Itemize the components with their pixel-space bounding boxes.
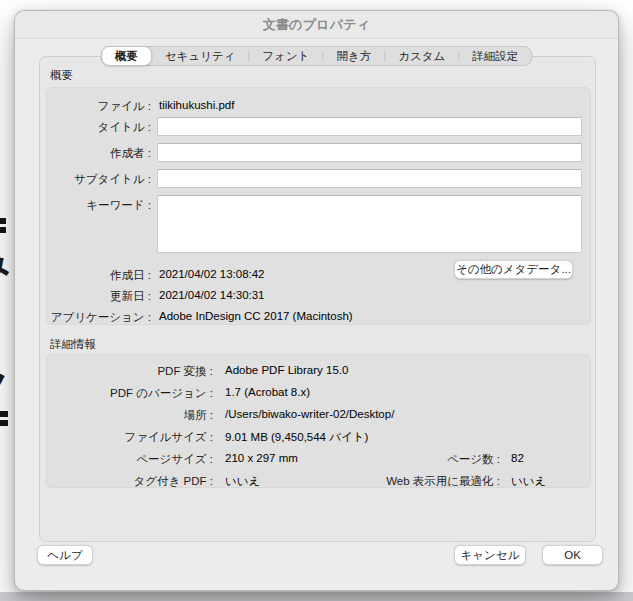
ok-button[interactable]: OK	[542, 545, 603, 565]
modified-date-row: 更新日 : 2021/04/02 14:30:31	[47, 289, 590, 304]
background-stroke	[0, 420, 8, 426]
tab-security[interactable]: セキュリティ	[152, 47, 249, 65]
file-row: ファイル : tiikihukushi.pdf	[47, 99, 590, 114]
location-value: /Users/biwako-writer-02/Desktop/	[225, 408, 394, 420]
additional-metadata-button[interactable]: その他のメタデータ...	[454, 260, 573, 279]
file-size-row: ファイルサイズ : 9.01 MB (9,450,544 バイト)	[47, 430, 590, 445]
tab-summary[interactable]: 概要	[101, 46, 152, 66]
tagged-pdf-value: いいえ	[225, 474, 260, 489]
tab-content-pane: 概要 ファイル : tiikihukushi.pdf タイトル : 作成者 : …	[39, 56, 596, 542]
page-size-value: 210 x 297 mm	[225, 452, 298, 464]
tab-bar: 概要 セキュリティ フォント 開き方 カスタム 詳細設定	[101, 46, 533, 66]
background-window-band	[0, 592, 633, 601]
help-button[interactable]: ヘルプ	[37, 545, 93, 565]
details-groupbox: PDF 変換 : Adobe PDF Library 15.0 PDF のバージ…	[46, 354, 591, 488]
keywords-field[interactable]	[157, 195, 582, 253]
page-size-label: ページサイズ :	[47, 452, 213, 467]
application-label: アプリケーション :	[47, 310, 151, 325]
fast-web-view-label: Web 表示用に最適化 :	[297, 474, 500, 489]
created-date-label: 作成日 :	[47, 268, 151, 283]
pdf-version-value: 1.7 (Acrobat 8.x)	[225, 386, 310, 398]
application-row: アプリケーション : Adobe InDesign CC 2017 (Macin…	[47, 310, 590, 325]
tab-advanced[interactable]: 詳細設定	[459, 47, 531, 65]
pdf-producer-value: Adobe PDF Library 15.0	[225, 364, 348, 376]
file-size-label: ファイルサイズ :	[47, 430, 213, 445]
title-label: タイトル :	[47, 120, 151, 135]
tab-fonts[interactable]: フォント	[249, 47, 322, 65]
modified-date-value: 2021/04/02 14:30:31	[159, 289, 265, 301]
background-stroke	[0, 411, 8, 417]
details-section-label: 詳細情報	[50, 337, 96, 352]
file-value: tiikihukushi.pdf	[159, 99, 234, 111]
keywords-label: キーワード :	[47, 198, 151, 213]
background-stroke	[0, 227, 6, 233]
summary-section-label: 概要	[50, 68, 73, 83]
tab-custom[interactable]: カスタム	[385, 47, 458, 65]
pdf-version-label: PDF のバージョン :	[47, 386, 213, 401]
page-count-value: 82	[511, 452, 524, 464]
author-label: 作成者 :	[47, 146, 151, 161]
summary-groupbox: ファイル : tiikihukushi.pdf タイトル : 作成者 : サブタ…	[46, 87, 591, 325]
tagged-pdf-label: タグ付き PDF :	[47, 474, 213, 489]
created-date-value: 2021/04/02 13:08:42	[159, 268, 265, 280]
modified-date-label: 更新日 :	[47, 289, 151, 304]
cancel-button[interactable]: キャンセル	[454, 545, 526, 565]
background-stroke	[0, 218, 6, 224]
tab-initial-view[interactable]: 開き方	[323, 47, 384, 65]
file-label: ファイル :	[47, 99, 151, 114]
author-field[interactable]	[157, 143, 582, 162]
dialog-titlebar: 文書のプロパティ	[15, 11, 618, 39]
background-glyph-fragment: ク	[0, 362, 9, 400]
background-glyph-fragment: み	[0, 243, 9, 279]
location-row: 場所 : /Users/biwako-writer-02/Desktop/	[47, 408, 590, 423]
subtitle-label: サブタイトル :	[47, 172, 151, 187]
page-count-label: ページ数 :	[297, 452, 500, 467]
pdf-producer-label: PDF 変換 :	[47, 364, 213, 379]
title-field[interactable]	[157, 117, 582, 136]
subtitle-field[interactable]	[157, 169, 582, 188]
pdf-version-row: PDF のバージョン : 1.7 (Acrobat 8.x)	[47, 386, 590, 401]
document-properties-dialog: 文書のプロパティ 概要 ファイル : tiikihukushi.pdf タイトル…	[14, 10, 619, 591]
tagged-pdf-row: タグ付き PDF : いいえ Web 表示用に最適化 : いいえ	[47, 474, 590, 489]
page-size-row: ページサイズ : 210 x 297 mm ページ数 : 82	[47, 452, 590, 467]
file-size-value: 9.01 MB (9,450,544 バイト)	[225, 430, 368, 445]
location-label: 場所 :	[47, 408, 213, 423]
fast-web-view-value: いいえ	[511, 474, 546, 489]
dialog-title: 文書のプロパティ	[263, 16, 370, 34]
pdf-producer-row: PDF 変換 : Adobe PDF Library 15.0	[47, 364, 590, 379]
application-value: Adobe InDesign CC 2017 (Macintosh)	[159, 310, 353, 322]
